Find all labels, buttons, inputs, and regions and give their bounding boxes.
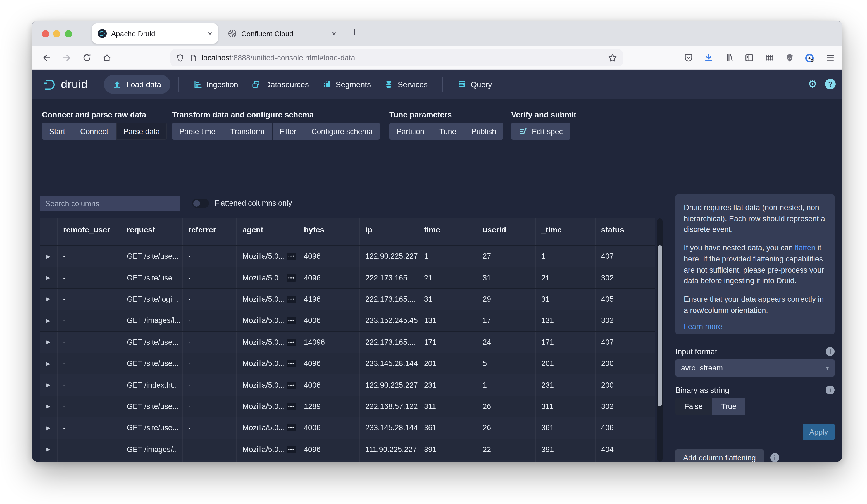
agent-more-dots-button[interactable]: ••• [287,360,296,367]
row-expand-button[interactable]: ▶ [40,353,57,374]
agent-more-dots-button[interactable]: ••• [287,253,296,260]
parse-data-table: remote_userrequestreferreragentbytesipti… [40,218,655,462]
expand-arrow-icon: ▶ [46,361,50,366]
add-flattening-info-icon[interactable]: i [770,453,779,462]
agent-more-dots-button[interactable]: ••• [287,339,296,346]
window-minimize-button[interactable] [53,30,60,37]
column-header-_time[interactable]: _time [536,218,596,245]
row-expand-button[interactable]: ▶ [40,289,57,310]
row-expand-button[interactable]: ▶ [40,439,57,460]
pocket-icon[interactable] [679,49,697,66]
step-button-partition[interactable]: Partition [389,123,431,140]
cell-status: 200 [596,375,655,396]
agent-more-dots-button[interactable]: ••• [287,274,296,281]
column-header-ip[interactable]: ip [360,218,418,245]
agent-more-dots-button[interactable]: ••• [287,403,296,410]
nav-item-segments[interactable]: Segments [322,80,371,89]
nav-item-query[interactable]: Query [457,80,492,89]
window-zoom-button[interactable] [65,30,72,37]
column-header-referrer[interactable]: referrer [183,218,237,245]
column-header-request[interactable]: request [121,218,183,245]
step-button-parse-data[interactable]: Parse data [116,123,167,140]
tab-confluent-cloud[interactable]: Confluent Cloud × [222,23,342,44]
extension-fence-icon[interactable] [760,49,778,66]
downloads-icon[interactable] [699,49,717,66]
column-header-agent[interactable]: agent [237,218,298,245]
flatten-link[interactable]: flatten [795,244,816,252]
help-icon[interactable]: ? [825,79,836,89]
step-button-edit-spec[interactable]: Edit spec [511,123,570,140]
step-button-tune[interactable]: Tune [432,123,464,140]
apply-button[interactable]: Apply [803,423,835,440]
step-button-start[interactable]: Start [42,123,72,140]
table-row: ▶-GET /images/l...-Mozilla/5.0...•••4006… [40,310,655,331]
add-column-flattening-button[interactable]: Add column flattening [675,449,764,462]
new-tab-button[interactable]: + [351,26,358,37]
cell-ip: 233.145.28.144 [360,353,418,374]
search-columns-input[interactable] [40,195,180,211]
tab-apache-druid[interactable]: Apache Druid × [92,23,218,44]
tab-close-icon[interactable]: × [208,29,212,38]
back-button[interactable] [36,49,56,66]
agent-more-dots-button[interactable]: ••• [287,317,296,324]
row-expand-button[interactable]: ▶ [40,267,57,288]
column-header-time[interactable]: time [418,218,477,245]
column-header-userid[interactable]: userid [477,218,536,245]
input-format-select[interactable]: avro_stream ▾ [675,359,835,377]
ublock-origin-icon[interactable]: uO [780,49,798,66]
column-header-remote_user[interactable]: remote_user [57,218,121,245]
nav-item-ingestion[interactable]: Ingestion [193,80,238,89]
row-expand-button[interactable]: ▶ [40,396,57,417]
library-icon[interactable] [720,49,738,66]
nav-item-load-data[interactable]: Load data [104,75,170,94]
row-expand-button[interactable]: ▶ [40,375,57,396]
column-header-status[interactable]: status [596,218,655,245]
agent-more-dots-button[interactable]: ••• [287,296,296,303]
home-button[interactable] [97,49,117,66]
forward-button[interactable] [56,49,76,66]
input-format-info-icon[interactable]: i [826,347,835,356]
agent-more-dots-button[interactable]: ••• [287,425,296,432]
agent-more-dots-button[interactable]: ••• [287,381,296,389]
table-row: ▶-GET /site/logi...-Mozilla/5.0...•••419… [40,288,655,310]
reload-button[interactable] [76,49,97,66]
menu-hamburger-icon[interactable] [821,49,839,66]
step-button-transform[interactable]: Transform [223,123,272,140]
druid-logo[interactable]: druid [42,77,88,92]
onepassword-icon[interactable] [801,49,818,66]
settings-gear-icon[interactable]: ⚙ [808,79,817,89]
table-vertical-scrollbar[interactable] [657,218,663,462]
step-button-connect[interactable]: Connect [73,123,116,140]
scrollbar-thumb[interactable] [657,245,662,406]
column-header-bytes[interactable]: bytes [298,218,360,245]
row-expand-button[interactable]: ▶ [40,460,57,462]
step-button-configure-schema[interactable]: Configure schema [304,123,380,140]
binary-true-button[interactable]: True [712,398,746,415]
page-info-icon[interactable] [189,53,197,62]
flattened-columns-toggle[interactable] [192,199,209,208]
nav-item-services[interactable]: Services [384,80,428,89]
learn-more-link[interactable]: Learn more [684,323,722,331]
bookmark-star-icon[interactable] [608,53,617,63]
cell-agent: Mozilla/5.0...••• [237,396,298,417]
step-button-filter[interactable]: Filter [272,123,303,140]
row-expand-button[interactable]: ▶ [40,332,57,353]
step-button-publish[interactable]: Publish [464,123,504,140]
row-expand-button[interactable]: ▶ [40,246,57,267]
tab-close-icon[interactable]: × [332,29,336,38]
step-button-parse-time[interactable]: Parse time [172,123,223,140]
nav-item-datasources[interactable]: Datasources [251,80,309,89]
binary-as-string-info-icon[interactable]: i [826,386,835,395]
row-expand-button[interactable]: ▶ [40,310,57,331]
binary-false-button[interactable]: False [675,398,712,415]
url-bar[interactable]: localhost:8888/unified-console.html#load… [170,49,623,66]
expand-arrow-icon: ▶ [46,425,50,431]
tracking-shield-icon[interactable] [176,53,184,62]
info-paragraph: Druid requires flat data (non-nested, no… [684,202,826,235]
nav-item-label: Ingestion [206,80,238,89]
cell-_time: 1 [536,246,596,267]
window-close-button[interactable] [42,30,49,37]
agent-more-dots-button[interactable]: ••• [287,446,296,453]
row-expand-button[interactable]: ▶ [40,417,57,438]
sidebar-icon[interactable] [740,49,758,66]
